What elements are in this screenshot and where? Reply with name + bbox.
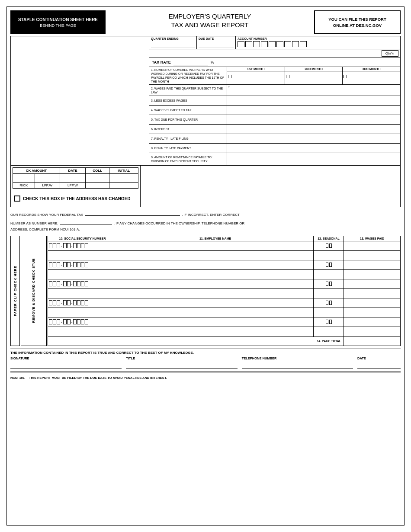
employee-row [48, 327, 400, 337]
employee-row: - - [48, 279, 400, 289]
form-title-area: EMPLOYER'S QUARTERLY TAX AND WAGE REPORT [109, 10, 311, 34]
employee-row: - - [48, 317, 400, 327]
tax-pct-symbol: % [211, 60, 214, 64]
field7-label: 7. PENALTY - LATE FILING [149, 134, 227, 143]
col-ssn-header: 10. SOCIAL SECURITY NUMBER [48, 236, 117, 241]
page-total-label: 14. PAGE TOTAL [48, 337, 344, 346]
employee-row [48, 270, 400, 279]
address-changed-label: CHECK THIS BOX IF THE ADDRESS HAS CHANGE… [23, 196, 131, 201]
field4-label: 4. WAGES SUBJECT TO TAX [149, 106, 227, 115]
col-wages-header: 13. WAGES PAID [344, 236, 400, 241]
federal-tax-section: OUR RECORDS SHOW YOUR FEDERAL TAX . IF I… [10, 210, 401, 233]
field2-label: 2. WAGES PAID THIS QUARTER SUBJECT TO TH… [149, 85, 227, 96]
qtr-yr-box: Qtr/Yr [382, 50, 398, 57]
title-field-item: TITLE [126, 356, 237, 369]
address-changed-checkbox[interactable] [14, 195, 20, 202]
paper-clip-label: PAPER CLIP CHECK HERE [13, 266, 17, 316]
employee-row [48, 251, 400, 260]
rck-cell: R/CK [13, 183, 35, 189]
account-number-label: ACCOUNT NUMBER [238, 37, 398, 40]
signature-row: SIGNATURE TITLE TELEPHONE NUMBER DATE [10, 356, 401, 369]
date-field-item: DATE [357, 356, 401, 369]
employee-row: - - [48, 260, 400, 270]
phone-field-item: TELEPHONE NUMBER [242, 356, 353, 369]
due-date-label: DUE DATE [199, 37, 234, 40]
date-line[interactable] [357, 360, 401, 369]
remove-label: REMOVE & DISCARD CHECK STUB [31, 258, 36, 323]
f2-dollar-right: . [398, 86, 399, 89]
signature-line[interactable] [10, 360, 122, 369]
ck-amount-header: CK AMOUNT [13, 168, 60, 174]
federal-line2b: . IF ANY CHANGES OCCURRED IN THE OWNERSH… [114, 221, 245, 227]
federal-line1a: OUR RECORDS SHOW YOUR FEDERAL TAX [10, 212, 83, 218]
signature-label: SIGNATURE [10, 356, 122, 360]
online-text: YOU CAN FILE THIS REPORTONLINE AT DES.NC… [328, 16, 386, 28]
signature-field-item: SIGNATURE [10, 356, 122, 369]
form-number: NCUI 101 [10, 376, 25, 380]
phone-label: TELEPHONE NUMBER [242, 356, 353, 360]
tax-rate-label: TAX RATE [152, 60, 171, 64]
month1-label: 1ST MONTH [227, 67, 285, 71]
col-name-header: 11. EMPLOYEE NAME [117, 236, 314, 241]
form-footer-row: NCUI 101 THIS REPORT MUST BE FILED BY TH… [10, 376, 401, 380]
col-seasonal-header: 12. SEASONAL [314, 236, 344, 241]
title-line[interactable] [126, 360, 237, 369]
federal-line1b: . IF INCORRECT, ENTER CORRECT [182, 212, 240, 218]
online-filing-box: YOU CAN FILE THIS REPORTONLINE AT DES.NC… [314, 10, 401, 34]
federal-line2a: NUMBER AS NUMBER HERE: [10, 221, 58, 227]
date-label: DATE [357, 356, 401, 360]
initial-header: INITIAL [109, 168, 138, 174]
staple-sub: BEHIND THIS PAGE [40, 23, 76, 28]
title-label: TITLE [126, 356, 237, 360]
field5-label: 5. TAX DUE FOR THIS QUARTER [149, 115, 227, 124]
employee-row [48, 308, 400, 317]
staple-box: STAPLE CONTINUATION SHEET HERE BEHIND TH… [10, 10, 106, 34]
signature-section: THE INFORMATION CONTAINED IN THIS REPORT… [10, 349, 401, 369]
footer-text: THIS REPORT MUST BE FILED BY THE DUE DAT… [29, 376, 167, 380]
field9-label: 9. AMOUNT OF REMITTANCE PAYABLE TO: DIVI… [149, 153, 227, 165]
field1-label: 1. NUMBER OF COVERED WORKERS WHO WORKED … [149, 67, 227, 84]
month2-label: 2ND MONTH [285, 67, 343, 71]
coll-header: COLL [86, 168, 109, 174]
truth-statement: THE INFORMATION CONTAINED IN THIS REPORT… [10, 351, 401, 355]
quarter-ending-label: QUARTER ENDING [151, 37, 195, 40]
address-panel [11, 36, 149, 165]
month3-label: 3RD MONTH [343, 67, 400, 71]
federal-line3: ADDRESS, COMPLETE FORM NCUI 101-A. [10, 228, 80, 231]
main-title: EMPLOYER'S QUARTERLY TAX AND WAGE REPORT [109, 12, 311, 29]
phone-line[interactable] [242, 360, 353, 369]
employee-row [48, 289, 400, 298]
lfpw-cell: LFP.W [35, 183, 60, 189]
field6-label: 6. INTEREST [149, 125, 227, 134]
lppw-cell: LPP.W [60, 183, 85, 189]
date-header: DATE [60, 168, 85, 174]
employee-row: - - [48, 298, 400, 308]
address-changed-row: CHECK THIS BOX IF THE ADDRESS HAS CHANGE… [13, 192, 138, 205]
field3-label: 3. LESS EXCESS WAGES [149, 96, 227, 105]
field8-label: 8. PENALTY LATE PAYMENT [149, 144, 227, 153]
employee-row: - - [48, 241, 400, 251]
staple-title: STAPLE CONTINUATION SHEET HERE [18, 17, 98, 22]
f2-dollar-left: □ [228, 86, 230, 89]
